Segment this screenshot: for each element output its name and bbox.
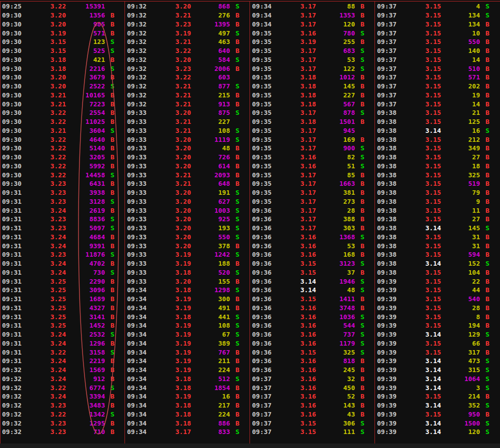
trade-time: 09:38 xyxy=(377,180,407,187)
panel-separator-1 xyxy=(124,1,125,444)
trade-direction-flag: S xyxy=(355,29,370,37)
trade-time: 09:36 xyxy=(252,242,282,250)
trade-price: 3.15 xyxy=(407,38,441,45)
tick-row: 09:313.235097S xyxy=(0,224,124,233)
trade-price: 3.18 xyxy=(157,384,191,392)
trade-volume: 145 xyxy=(441,224,480,232)
tick-row: 09:383.15325B xyxy=(376,170,500,179)
trade-time: 09:37 xyxy=(377,91,407,99)
trade-time: 09:31 xyxy=(2,349,32,356)
trade-time: 09:39 xyxy=(377,366,407,374)
tick-row: 09:373.15134S xyxy=(376,11,500,20)
tick-row: 09:353.181501B xyxy=(250,117,374,126)
trade-direction-flag: S xyxy=(230,2,245,10)
trade-direction-flag: B xyxy=(105,304,120,312)
trade-price: 3.20 xyxy=(32,73,66,81)
trade-direction-flag: B xyxy=(105,153,120,161)
trade-time: 09:32 xyxy=(2,366,32,374)
trade-price: 3.19 xyxy=(157,322,191,329)
trade-volume: 1452 xyxy=(66,322,105,329)
tick-row: 09:323.20584S xyxy=(126,55,250,64)
trade-volume: 31 xyxy=(441,233,480,241)
tick-row: 09:313.238836S xyxy=(0,215,124,224)
tick-row: 09:353.18567B xyxy=(250,99,374,108)
trade-price: 3.25 xyxy=(32,286,66,294)
top-border-line xyxy=(0,1,500,1)
trade-direction-flag: B xyxy=(355,251,370,258)
trade-time: 09:30 xyxy=(2,11,32,19)
trade-volume: 48 xyxy=(316,286,355,294)
trade-direction-flag: S xyxy=(355,233,370,241)
tick-row: 09:393.14120S xyxy=(376,428,500,437)
tick-panel-4[interactable]: 09:373.154S09:373.15134S09:373.15134B09:… xyxy=(376,2,500,438)
trade-price: 3.14 xyxy=(407,331,441,338)
trade-time: 09:35 xyxy=(252,56,282,63)
trade-volume: 27 xyxy=(441,215,480,223)
trade-time: 09:34 xyxy=(127,420,157,427)
trade-volume: 3158 xyxy=(66,349,105,356)
tick-row: 09:363.17388B xyxy=(250,215,374,224)
trade-direction-flag: B xyxy=(230,242,245,250)
tick-row: 09:333.20550S xyxy=(126,233,250,242)
trade-volume: 1501 xyxy=(316,118,355,125)
tick-row: 09:313.252290B xyxy=(0,277,124,286)
trade-volume: 519 xyxy=(441,180,480,187)
tick-row: 09:373.1519B xyxy=(376,91,500,100)
trade-direction-flag: S xyxy=(230,428,245,436)
trade-price: 3.22 xyxy=(32,384,66,392)
trade-volume: 82 xyxy=(316,153,355,161)
tick-row: 09:353.1682S xyxy=(250,153,374,162)
trade-price: 3.16 xyxy=(282,375,316,383)
trade-price: 3.15 xyxy=(407,304,441,312)
tick-row: 09:323.22640B xyxy=(126,46,250,55)
trade-volume: 1500 xyxy=(441,420,480,427)
trade-time: 09:33 xyxy=(127,251,157,258)
trade-volume: 245 xyxy=(316,366,355,374)
trade-direction-flag: B xyxy=(355,375,370,383)
trade-direction-flag: S xyxy=(230,331,245,338)
tick-panel-2[interactable]: 09:323.20868S09:323.21276B09:323.231395B… xyxy=(126,2,250,438)
tick-row: 09:343.1916B xyxy=(126,392,250,401)
trade-price: 3.19 xyxy=(157,340,191,347)
trade-price: 3.24 xyxy=(32,260,66,267)
trade-time: 09:33 xyxy=(127,215,157,223)
trade-direction-flag: B xyxy=(480,65,495,72)
tick-row: 09:343.19767B xyxy=(126,348,250,357)
trade-time: 09:38 xyxy=(377,109,407,116)
trade-volume: 780 xyxy=(316,29,355,37)
tick-row: 09:353.1651S xyxy=(250,162,374,171)
trade-direction-flag: S xyxy=(355,278,370,285)
trade-time: 09:35 xyxy=(252,144,282,152)
trade-direction-flag: S xyxy=(230,286,245,294)
trade-price: 3.19 xyxy=(282,38,316,45)
tick-panel-3[interactable]: 09:343.1788B09:343.171353B09:343.17120B0… xyxy=(250,2,374,438)
tick-row: 09:313.223158S xyxy=(0,348,124,357)
trade-direction-flag: B xyxy=(355,198,370,205)
trade-volume: 276 xyxy=(191,11,230,19)
trade-price: 3.20 xyxy=(157,207,191,214)
trade-direction-flag: B xyxy=(105,340,120,347)
trade-direction-flag: S xyxy=(355,286,370,294)
trade-direction-flag: B xyxy=(480,278,495,285)
trade-time: 09:34 xyxy=(127,428,157,436)
trade-direction-flag: S xyxy=(355,153,370,161)
trade-price: 3.15 xyxy=(407,215,441,223)
trade-volume: 53 xyxy=(316,56,355,63)
trade-volume: 886 xyxy=(191,420,230,427)
trade-volume: 7223 xyxy=(66,100,105,108)
trade-volume: 540 xyxy=(441,295,480,303)
trade-price: 3.15 xyxy=(407,65,441,72)
trade-volume: 1342 xyxy=(66,411,105,418)
tick-row: 09:363.1728B xyxy=(250,206,374,215)
trade-price: 3.22 xyxy=(32,153,66,161)
tick-row: 09:353.17900S xyxy=(250,144,374,153)
tick-row: 09:383.15519B xyxy=(376,179,500,188)
trade-volume: 491 xyxy=(191,304,230,312)
trade-direction-flag: S xyxy=(230,198,245,205)
trade-volume: 925 xyxy=(191,215,230,223)
tick-panel-1[interactable]: 09:253.221539109:303.201356B09:303.20985… xyxy=(0,2,124,438)
tick-row: 09:373.1510B xyxy=(376,28,500,37)
trade-volume: 1003 xyxy=(191,207,230,214)
trade-volume: 27 xyxy=(441,153,480,161)
tick-row: 09:363.151411B xyxy=(250,295,374,304)
